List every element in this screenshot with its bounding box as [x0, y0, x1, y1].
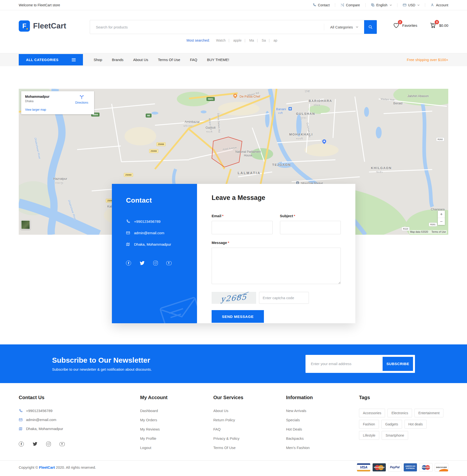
most-searched-term[interactable]: Sa	[262, 39, 266, 42]
zoom-out-button[interactable]: −	[438, 218, 445, 225]
free-shipping-promo: Free shipping over $100+	[407, 58, 448, 62]
view-larger-map-link[interactable]: View larger map	[25, 108, 46, 111]
map-label: National Parliament House	[232, 150, 264, 157]
main-nav: ALL CATEGORIES Shop Brands About Us Term…	[0, 53, 467, 66]
footer-link-logout[interactable]: Logout	[140, 446, 151, 450]
nav-item-shop[interactable]: Shop	[94, 58, 102, 62]
hamburger-icon	[72, 58, 76, 61]
subject-label: Subject*	[280, 214, 341, 218]
footer-email[interactable]: admin@email.com	[26, 418, 56, 422]
footer-link-return-policy[interactable]: Return Policy	[213, 418, 235, 422]
satellite-thumbnail[interactable]	[21, 220, 30, 229]
most-searched-term[interactable]: Watch	[216, 39, 225, 42]
footer-column-title: My Account	[140, 395, 213, 400]
facebook-icon[interactable]: f	[126, 260, 131, 266]
nav-links: Shop Brands About Us Terms Of Use FAQ BU…	[94, 58, 229, 62]
tag-fashion[interactable]: Fashion	[359, 420, 379, 429]
most-searched-term[interactable]: Ma	[249, 39, 254, 42]
youtube-icon[interactable]	[60, 442, 65, 446]
footer-link-terms-of-use[interactable]: Terms Of Use	[213, 446, 236, 450]
zoom-in-button[interactable]: +	[438, 211, 445, 218]
language-icon	[371, 3, 375, 7]
twitter-icon[interactable]	[33, 442, 38, 446]
twitter-icon[interactable]	[140, 261, 145, 265]
tag-gadgets[interactable]: Gadgets	[381, 420, 402, 429]
footer-link-mens-fashion[interactable]: Men's Fashion	[286, 446, 310, 450]
search-input[interactable]	[90, 25, 324, 29]
tag-lifestyle[interactable]: Lifestyle	[359, 431, 379, 440]
discover-icon: DISCOVER	[435, 463, 448, 472]
contact-overlay: Contact +990123456789 admin@email.com Dh…	[112, 184, 355, 323]
cart-amount: $0.00	[439, 23, 448, 27]
nav-item-buy-theme[interactable]: BUY THEME!	[207, 58, 229, 62]
tag-entertainment[interactable]: Entertainment	[415, 409, 443, 417]
topbar-currency-select[interactable]: USD	[397, 3, 425, 7]
footer-link-my-orders[interactable]: My Orders	[140, 418, 157, 422]
footer-link-my-profile[interactable]: My Profile	[140, 436, 156, 440]
footer-link-privacy-policy[interactable]: Privacy & Policy	[213, 436, 240, 440]
footer-address-row: Dhaka, Mohammadpur	[19, 427, 140, 431]
facebook-icon[interactable]: f	[19, 441, 24, 447]
subject-field[interactable]	[280, 221, 341, 234]
map-label: গুলশান	[300, 117, 307, 120]
footer-email-row: admin@email.com	[19, 418, 140, 422]
logo-icon: F	[19, 20, 30, 32]
footer-link-my-reviews[interactable]: My Reviews	[140, 427, 160, 431]
topbar: Welcome to FleetCart store Contact Compa…	[0, 0, 467, 10]
topbar-language-select[interactable]: English	[365, 3, 397, 7]
instagram-icon[interactable]	[153, 261, 158, 265]
topbar-link-label: English	[376, 3, 388, 7]
footer-link-specials[interactable]: Specials	[286, 418, 300, 422]
topbar-contact-link[interactable]: Contact	[307, 3, 335, 7]
topbar-compare-link[interactable]: Compare	[335, 3, 365, 7]
footer-link-about-us[interactable]: About Us	[213, 409, 228, 413]
search-button[interactable]	[364, 20, 377, 34]
tag-electronics[interactable]: Electronics	[388, 409, 412, 417]
map-label: Aminbazar	[185, 120, 200, 124]
footer-link-hot-deals[interactable]: Hot Deals	[286, 427, 302, 431]
footer-link-backpacks[interactable]: Backpacks	[286, 436, 304, 440]
map-place-subtitle: Dhaka	[25, 100, 49, 103]
nav-item-about[interactable]: About Us	[133, 58, 148, 62]
map-label: বনানী	[278, 112, 283, 115]
newsletter-subtitle: Subscribe to our newsletter & get notifi…	[52, 367, 152, 372]
contact-phone-row: +990123456789	[126, 219, 183, 223]
favorites-button[interactable]: 2 Favorites	[393, 22, 417, 29]
subscribe-button[interactable]: SUBSCRIBE	[383, 357, 413, 371]
tag-accessories[interactable]: Accessories	[359, 409, 385, 417]
footer-phone[interactable]: +990123456789	[26, 409, 52, 413]
topbar-link-label: Account	[436, 3, 448, 7]
youtube-icon[interactable]	[166, 261, 171, 265]
map-terms-link[interactable]: Terms of Use	[431, 231, 446, 233]
contact-phone[interactable]: +990123456789	[134, 219, 160, 223]
topbar-link-label: Compare	[346, 3, 360, 7]
search-area: All Categories Most searched: Watch| app…	[90, 20, 377, 42]
most-searched-term[interactable]: apple	[233, 39, 242, 42]
amex-icon: AMERICAN EXPRESS	[403, 463, 417, 472]
captcha-input[interactable]	[259, 292, 309, 304]
email-field[interactable]	[212, 221, 273, 234]
category-select[interactable]: All Categories	[324, 24, 364, 30]
nav-item-brands[interactable]: Brands	[112, 58, 124, 62]
send-message-button[interactable]: SEND MESSAGE	[212, 310, 264, 323]
map-icon	[126, 242, 130, 246]
footer-link-faq[interactable]: FAQ	[213, 427, 221, 431]
tag-hot-deals[interactable]: Hot deals	[404, 420, 427, 429]
logo[interactable]: F FleetCart	[19, 20, 90, 32]
contact-email[interactable]: admin@email.com	[134, 231, 164, 235]
most-searched-term[interactable]: ap	[273, 39, 277, 42]
message-field[interactable]	[212, 248, 341, 284]
instagram-icon[interactable]	[46, 442, 51, 446]
map-label: মহাখালী	[296, 137, 303, 140]
all-categories-button[interactable]: ALL CATEGORIES	[19, 54, 83, 65]
nav-item-terms[interactable]: Terms Of Use	[158, 58, 180, 62]
footer-link-dashboard[interactable]: Dashboard	[140, 409, 158, 413]
tag-smartphone[interactable]: Smartphone	[382, 431, 408, 440]
topbar-account-link[interactable]: Account	[425, 3, 448, 7]
footer-link-new-arrivals[interactable]: New Arrivals	[286, 409, 306, 413]
copyright-text: Copyright © FleetCart 2020. All rights r…	[19, 465, 96, 469]
nav-item-faq[interactable]: FAQ	[190, 58, 197, 62]
directions-button[interactable]: Directions	[73, 95, 90, 111]
cart-button[interactable]: 0 $0.00	[429, 22, 448, 29]
newsletter-email-input[interactable]	[307, 362, 383, 366]
